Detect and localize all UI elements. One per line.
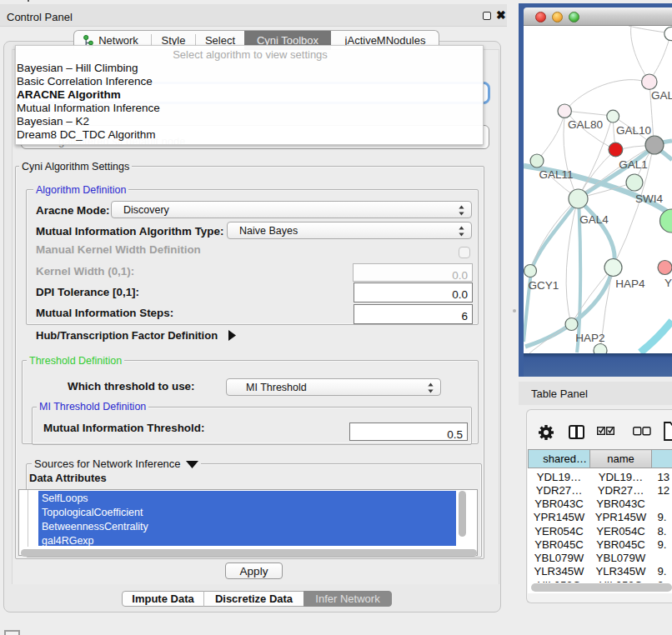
svg-text:GAL11: GAL11 bbox=[539, 168, 573, 181]
svg-text:GAL4: GAL4 bbox=[579, 213, 609, 226]
svg-text:GAL10: GAL10 bbox=[616, 124, 651, 137]
svg-text:YM: YM bbox=[664, 277, 672, 289]
svg-text:GAL80: GAL80 bbox=[568, 118, 603, 131]
svg-text:GAL1: GAL1 bbox=[619, 158, 648, 171]
svg-text:GCY1: GCY1 bbox=[529, 279, 559, 292]
svg-text:HAP2: HAP2 bbox=[575, 332, 604, 344]
svg-text:SWI4: SWI4 bbox=[635, 192, 663, 205]
svg-text:GAL7: GAL7 bbox=[651, 89, 672, 102]
svg-text:HAP4: HAP4 bbox=[615, 278, 645, 290]
